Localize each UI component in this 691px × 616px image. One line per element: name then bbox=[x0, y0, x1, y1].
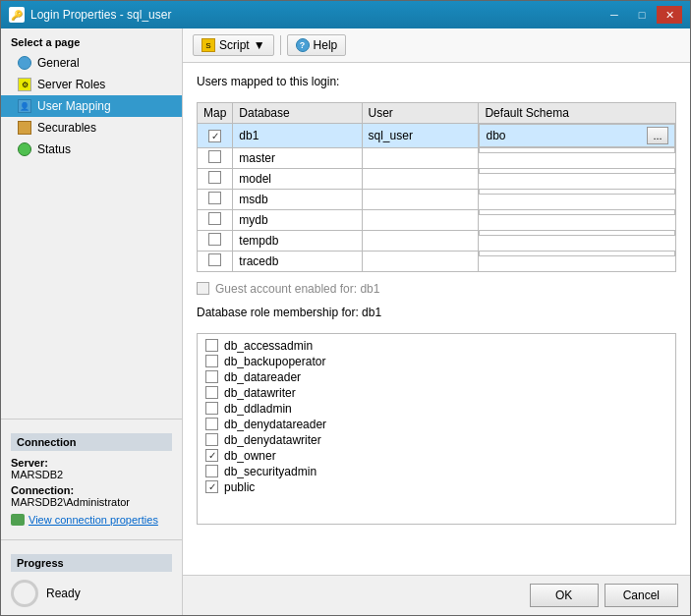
sidebar-item-user-mapping[interactable]: 👤 User Mapping bbox=[1, 95, 182, 117]
role-item: db_ddladmin bbox=[205, 401, 667, 417]
db-name: db1 bbox=[233, 124, 362, 148]
view-connection-label: View connection properties bbox=[29, 514, 158, 526]
role-item: db_datareader bbox=[205, 369, 667, 385]
role-checkbox[interactable] bbox=[205, 386, 218, 399]
view-connection-link[interactable]: View connection properties bbox=[11, 514, 172, 526]
role-item: db_datawriter bbox=[205, 385, 667, 401]
ok-button[interactable]: OK bbox=[530, 584, 599, 607]
roles-label: Database role membership for: db1 bbox=[197, 306, 676, 319]
sidebar-item-securables-label: Securables bbox=[37, 121, 96, 135]
help-button[interactable]: ? Help bbox=[287, 34, 347, 56]
map-checkbox-cell bbox=[198, 147, 233, 168]
script-icon: S bbox=[202, 38, 215, 52]
map-checkbox-cell bbox=[198, 189, 233, 209]
minimize-button[interactable]: ─ bbox=[602, 6, 627, 24]
role-checkbox[interactable]: ✓ bbox=[205, 449, 218, 462]
db-user: sql_user bbox=[362, 124, 479, 148]
content-area: Users mapped to this login: Map Database… bbox=[183, 63, 690, 575]
db-checkbox[interactable]: ✓ bbox=[208, 130, 221, 142]
progress-status: Ready bbox=[46, 587, 81, 600]
sidebar: Select a page General ⚙ Server Roles 👤 U… bbox=[1, 28, 183, 615]
sidebar-item-server-roles[interactable]: ⚙ Server Roles bbox=[1, 74, 182, 95]
map-checkbox-cell bbox=[198, 209, 233, 230]
user-mapping-icon: 👤 bbox=[17, 98, 32, 114]
db-checkbox[interactable] bbox=[208, 253, 221, 266]
db-checkbox[interactable] bbox=[208, 192, 221, 204]
role-checkbox[interactable] bbox=[205, 418, 218, 430]
role-checkbox[interactable] bbox=[205, 339, 218, 352]
maximize-button[interactable]: □ bbox=[629, 6, 655, 24]
role-name: db_denydatawriter bbox=[224, 433, 321, 447]
db-checkbox[interactable] bbox=[208, 212, 221, 225]
table-row[interactable]: ✓db1sql_userdbo... bbox=[198, 124, 676, 148]
script-dropdown-arrow: ▼ bbox=[254, 38, 265, 52]
schema-ellipsis-button[interactable]: ... bbox=[647, 127, 668, 144]
connection-value: MARSDB2\Administrator bbox=[11, 496, 172, 508]
roles-box: db_accessadmindb_backupoperatordb_datare… bbox=[197, 333, 676, 525]
connection-section: Connection Server: MARSDB2 Connection: M… bbox=[1, 425, 182, 533]
db-name: tempdb bbox=[233, 230, 362, 251]
db-checkbox[interactable] bbox=[208, 150, 221, 163]
role-checkbox[interactable] bbox=[205, 402, 218, 415]
db-user bbox=[362, 251, 479, 271]
progress-content: Ready bbox=[11, 580, 172, 607]
general-icon bbox=[17, 55, 32, 71]
role-checkbox[interactable]: ✓ bbox=[205, 480, 218, 493]
map-checkbox-cell: ✓ bbox=[198, 124, 233, 148]
guest-checkbox-row: Guest account enabled for: db1 bbox=[197, 282, 676, 296]
progress-section-title: Progress bbox=[11, 554, 172, 572]
table-row[interactable]: mydb bbox=[198, 209, 676, 230]
cancel-button[interactable]: Cancel bbox=[605, 584, 678, 607]
table-row[interactable]: msdb bbox=[198, 189, 676, 209]
title-bar-controls: ─ □ ✕ bbox=[602, 6, 682, 24]
role-checkbox[interactable] bbox=[205, 433, 218, 446]
bottom-bar: OK Cancel bbox=[183, 575, 690, 615]
role-item: ✓db_owner bbox=[205, 448, 667, 464]
role-name: db_datawriter bbox=[224, 386, 296, 400]
role-checkbox[interactable] bbox=[205, 370, 218, 383]
table-row[interactable]: tracedb bbox=[198, 251, 676, 271]
col-default-schema: Default Schema bbox=[479, 103, 676, 124]
sidebar-item-user-mapping-label: User Mapping bbox=[37, 99, 111, 113]
connection-label: Connection: bbox=[11, 484, 172, 496]
close-button[interactable]: ✕ bbox=[657, 6, 682, 24]
col-user: User bbox=[362, 103, 479, 124]
role-item: db_denydatareader bbox=[205, 417, 667, 432]
db-checkbox[interactable] bbox=[208, 233, 221, 246]
progress-section: Progress Ready bbox=[1, 546, 182, 615]
map-checkbox-cell bbox=[198, 168, 233, 189]
title-bar: 🔑 Login Properties - sql_user ─ □ ✕ bbox=[1, 1, 690, 28]
sidebar-section-title: Select a page bbox=[1, 28, 182, 52]
title-bar-left: 🔑 Login Properties - sql_user bbox=[9, 7, 171, 23]
sidebar-item-status[interactable]: Status bbox=[1, 139, 182, 160]
role-item: db_backupoperator bbox=[205, 354, 667, 369]
mapping-table: Map Database User Default Schema ✓db1sql… bbox=[197, 102, 676, 272]
default-schema bbox=[479, 189, 675, 195]
role-name: db_backupoperator bbox=[224, 355, 325, 368]
role-checkbox[interactable] bbox=[205, 465, 218, 477]
guest-checkbox[interactable] bbox=[197, 282, 209, 295]
db-user bbox=[362, 168, 479, 189]
role-item: db_accessadmin bbox=[205, 338, 667, 354]
server-label: Server: bbox=[11, 457, 172, 469]
db-checkbox[interactable] bbox=[208, 171, 221, 184]
db-name: msdb bbox=[233, 189, 362, 209]
script-button[interactable]: S Script ▼ bbox=[193, 34, 274, 56]
sidebar-divider-2 bbox=[1, 539, 182, 540]
db-name: tracedb bbox=[233, 251, 362, 271]
default-schema bbox=[479, 147, 675, 153]
sidebar-item-general[interactable]: General bbox=[1, 52, 182, 74]
window-icon: 🔑 bbox=[9, 7, 25, 23]
role-checkbox[interactable] bbox=[205, 355, 218, 367]
table-row[interactable]: model bbox=[198, 168, 676, 189]
table-row[interactable]: master bbox=[198, 147, 676, 168]
sidebar-item-status-label: Status bbox=[37, 142, 71, 156]
role-item: db_denydatawriter bbox=[205, 432, 667, 448]
table-row[interactable]: tempdb bbox=[198, 230, 676, 251]
sidebar-item-securables[interactable]: Securables bbox=[1, 117, 182, 139]
role-name: db_denydatareader bbox=[224, 418, 326, 431]
role-item: db_securityadmin bbox=[205, 464, 667, 479]
server-roles-icon: ⚙ bbox=[17, 77, 32, 92]
role-item: ✓public bbox=[205, 479, 667, 495]
help-icon: ? bbox=[296, 38, 310, 52]
